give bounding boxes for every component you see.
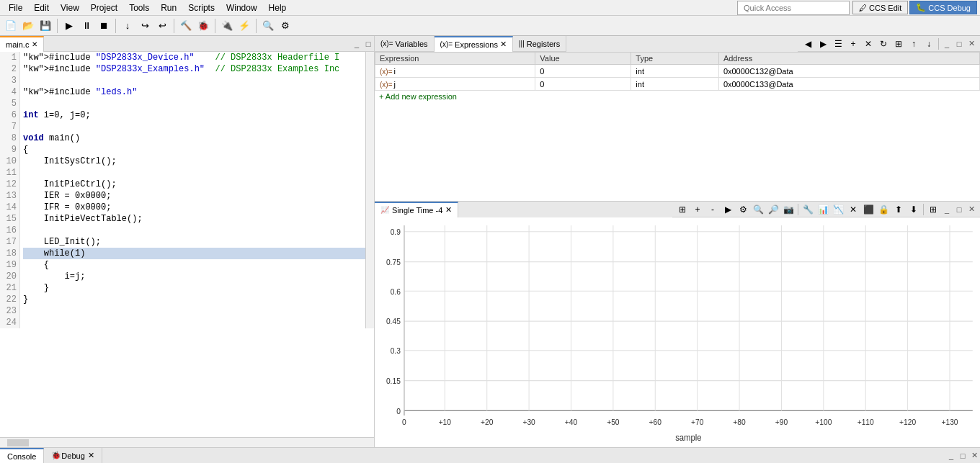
- svg-text:sample: sample: [675, 433, 701, 442]
- run-btn[interactable]: ▶: [61, 18, 77, 34]
- chart-tool-2[interactable]: 📊: [816, 203, 830, 216]
- debug-remove-btn[interactable]: ✕: [861, 37, 876, 50]
- svg-text:0: 0: [396, 406, 401, 415]
- menu-edit[interactable]: Edit: [28, 1, 55, 14]
- debug-columns-btn[interactable]: ⊞: [891, 37, 906, 50]
- chart-btn-2[interactable]: +: [690, 203, 705, 216]
- line-numbers: 123456789101112131415161718192021222324: [0, 52, 20, 328]
- debug-refresh-btn[interactable]: ↻: [876, 37, 891, 50]
- target-connect-btn[interactable]: 🔌: [219, 18, 235, 34]
- variables-icon: (x)=: [380, 40, 393, 48]
- editor-tab-bar: main.c ✕ _ □: [0, 36, 374, 52]
- menu-view[interactable]: View: [55, 1, 85, 14]
- chart-tab-close[interactable]: ✕: [445, 205, 452, 215]
- tab-variables[interactable]: (x)= Variables: [375, 36, 435, 52]
- step-over-btn[interactable]: ↪: [137, 18, 153, 34]
- probe-btn[interactable]: 🔍: [260, 18, 276, 34]
- debug-tab-bottom-close[interactable]: ✕: [88, 451, 94, 460]
- svg-text:0.3: 0.3: [391, 346, 401, 355]
- editor-maximize-btn[interactable]: □: [362, 38, 374, 50]
- new-file-btn[interactable]: 📄: [3, 18, 19, 34]
- table-row[interactable]: (x)=j 0 int 0x0000C133@Data: [375, 78, 980, 91]
- save-btn[interactable]: 💾: [37, 18, 53, 34]
- editor-tab-close[interactable]: ✕: [32, 40, 37, 48]
- tab-registers[interactable]: ||| Registers: [513, 36, 566, 52]
- chart-tab-single-time[interactable]: 📈 Single Time -4 ✕: [375, 202, 458, 217]
- chart-btn-4[interactable]: ▶: [721, 203, 735, 216]
- build-btn[interactable]: 🔨: [178, 18, 194, 34]
- chart-btn-1[interactable]: ⊞: [675, 203, 690, 216]
- suspend-btn[interactable]: ⏸: [79, 18, 94, 34]
- svg-text:+10: +10: [439, 418, 451, 426]
- menu-help[interactable]: Help: [263, 1, 293, 14]
- bottom-panel-close[interactable]: ✕: [968, 450, 980, 462]
- chart-btn-zoom-out[interactable]: 🔎: [766, 203, 780, 216]
- svg-text:+50: +50: [607, 418, 619, 426]
- svg-text:+80: +80: [733, 418, 745, 426]
- chart-btn-5[interactable]: ⚙: [736, 203, 750, 216]
- bottom-tab-console[interactable]: Console: [0, 448, 44, 464]
- menu-file[interactable]: File: [3, 1, 28, 14]
- address-cell: 0x0000C132@Data: [718, 65, 979, 78]
- debug-up-btn[interactable]: ↑: [906, 37, 921, 50]
- chart-btn-3[interactable]: -: [705, 203, 720, 216]
- step-return-btn[interactable]: ↩: [154, 18, 170, 34]
- add-expression-row[interactable]: + Add new expression: [375, 91, 980, 102]
- editor-content[interactable]: 123456789101112131415161718192021222324 …: [0, 52, 374, 437]
- terminate-btn[interactable]: ⏹: [96, 18, 112, 34]
- open-btn[interactable]: 📂: [20, 18, 36, 34]
- debug-forward-btn[interactable]: ▶: [816, 37, 830, 50]
- settings-btn[interactable]: ⚙: [277, 18, 293, 34]
- step-into-btn[interactable]: ↓: [120, 18, 135, 34]
- debug-down-btn[interactable]: ↓: [922, 37, 936, 50]
- chart-tool-7[interactable]: ⬆: [891, 203, 906, 216]
- code-area: 123456789101112131415161718192021222324 …: [0, 52, 374, 328]
- debug-panel-close[interactable]: ✕: [966, 38, 977, 50]
- chart-nav-1[interactable]: ⊞: [926, 203, 940, 216]
- svg-text:+70: +70: [691, 418, 703, 426]
- chart-close[interactable]: ✕: [966, 204, 977, 215]
- col-address: Address: [718, 53, 979, 65]
- separator-2: [115, 19, 116, 33]
- chart-btn-camera[interactable]: 📷: [781, 203, 796, 216]
- bottom-tabs: Console 🐞 Debug ✕ _ □ ✕: [0, 447, 980, 463]
- tab-expressions-close[interactable]: ✕: [500, 40, 507, 49]
- debug-view-menu-btn[interactable]: ☰: [831, 37, 845, 50]
- chart-tool-8[interactable]: ⬇: [906, 203, 921, 216]
- menu-scripts[interactable]: Scripts: [182, 1, 220, 14]
- ccs-edit-button[interactable]: 🖊 CCS Edit: [852, 1, 908, 14]
- debug-back-btn[interactable]: ◀: [801, 37, 815, 50]
- ccs-debug-button[interactable]: 🐛 CCS Debug: [909, 1, 977, 14]
- debug-launch-btn[interactable]: 🐞: [195, 18, 211, 34]
- tab-expressions[interactable]: (x)= Expressions ✕: [435, 36, 513, 52]
- quick-access-input[interactable]: [737, 1, 850, 15]
- editor-tab-label: main.c: [6, 40, 29, 49]
- menu-run[interactable]: Run: [155, 1, 182, 14]
- chart-tool-1[interactable]: 🔧: [801, 203, 815, 216]
- debug-panel-maximize[interactable]: □: [953, 38, 965, 50]
- bottom-panel-minimize[interactable]: _: [945, 450, 957, 462]
- editor-tab-main-c[interactable]: main.c ✕: [0, 36, 44, 52]
- menu-window[interactable]: Window: [220, 1, 263, 14]
- chart-tool-3[interactable]: 📉: [831, 203, 845, 216]
- editor-scrollbar[interactable]: [365, 52, 374, 328]
- chart-tool-6[interactable]: 🔒: [876, 203, 891, 216]
- chart-minimize[interactable]: _: [941, 204, 953, 215]
- menu-tools[interactable]: Tools: [123, 1, 155, 14]
- table-row[interactable]: (x)=i 0 int 0x0000C132@Data: [375, 65, 980, 78]
- editor-hscrollbar[interactable]: [0, 437, 374, 447]
- bottom-panel-maximize[interactable]: □: [957, 450, 968, 462]
- chart-btn-zoom-in[interactable]: 🔍: [751, 203, 765, 216]
- svg-text:+130: +130: [941, 418, 958, 426]
- menu-project[interactable]: Project: [85, 1, 123, 14]
- chart-tool-4[interactable]: ✕: [846, 203, 860, 216]
- debug-panel-minimize[interactable]: _: [941, 38, 953, 50]
- editor-minimize-btn[interactable]: _: [351, 38, 362, 50]
- chart-tool-5[interactable]: ⬛: [861, 203, 876, 216]
- debug-add-btn[interactable]: +: [846, 37, 860, 50]
- flash-btn[interactable]: ⚡: [236, 18, 252, 34]
- bottom-tab-debug[interactable]: 🐞 Debug ✕: [44, 448, 102, 464]
- value-cell: 0: [535, 65, 631, 78]
- expr-cell: (x)=j: [375, 78, 535, 91]
- chart-maximize[interactable]: □: [953, 204, 965, 215]
